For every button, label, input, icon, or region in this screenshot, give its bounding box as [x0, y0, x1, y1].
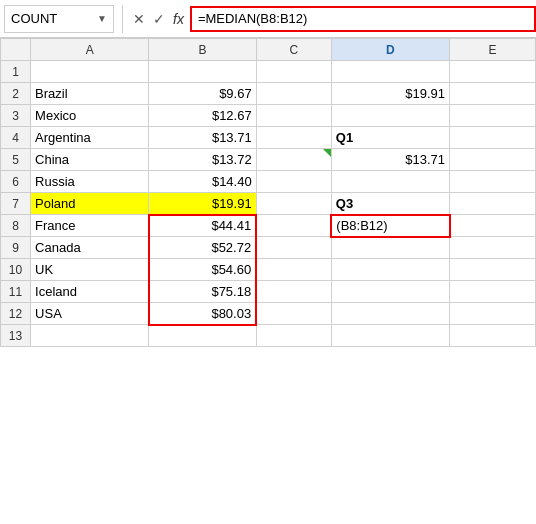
col-header-c[interactable]: C — [256, 39, 331, 61]
cell-c1[interactable] — [256, 61, 331, 83]
cell-b1[interactable] — [149, 61, 256, 83]
cell-c4[interactable] — [256, 127, 331, 149]
cell-c2[interactable] — [256, 83, 331, 105]
row-num-7: 7 — [1, 193, 31, 215]
cell-d11[interactable] — [331, 281, 449, 303]
cell-c6[interactable] — [256, 171, 331, 193]
cell-a1[interactable] — [31, 61, 149, 83]
cell-a3[interactable]: Mexico — [31, 105, 149, 127]
cell-a5[interactable]: China — [31, 149, 149, 171]
cell-d9[interactable] — [331, 237, 449, 259]
cell-b10[interactable]: $54.60 — [149, 259, 256, 281]
cell-e7[interactable] — [450, 193, 536, 215]
cell-c11[interactable] — [256, 281, 331, 303]
cell-b2[interactable]: $9.67 — [149, 83, 256, 105]
cell-b6[interactable]: $14.40 — [149, 171, 256, 193]
cell-e8[interactable] — [450, 215, 536, 237]
cell-e12[interactable] — [450, 303, 536, 325]
cell-e3[interactable] — [450, 105, 536, 127]
cell-e10[interactable] — [450, 259, 536, 281]
cell-a8[interactable]: France — [31, 215, 149, 237]
cell-e13[interactable] — [450, 325, 536, 347]
cell-d1[interactable] — [331, 61, 449, 83]
fx-label: fx — [173, 11, 184, 27]
cell-d5[interactable]: $13.71 — [331, 149, 449, 171]
table-row: 7 Poland $19.91 Q3 — [1, 193, 536, 215]
cell-e2[interactable] — [450, 83, 536, 105]
cell-d3[interactable] — [331, 105, 449, 127]
cell-d7[interactable]: Q3 — [331, 193, 449, 215]
row-num-8: 8 — [1, 215, 31, 237]
row-num-3: 3 — [1, 105, 31, 127]
table-row: 4 Argentina $13.71 Q1 — [1, 127, 536, 149]
cell-d4[interactable]: Q1 — [331, 127, 449, 149]
cell-a13[interactable] — [31, 325, 149, 347]
cell-c7[interactable] — [256, 193, 331, 215]
cell-c3[interactable] — [256, 105, 331, 127]
cell-e5[interactable] — [450, 149, 536, 171]
name-box-arrow: ▼ — [97, 13, 107, 24]
cell-b5[interactable]: $13.72 — [149, 149, 256, 171]
cell-b9[interactable]: $52.72 — [149, 237, 256, 259]
cell-b12[interactable]: $80.03 — [149, 303, 256, 325]
cell-d13[interactable] — [331, 325, 449, 347]
cell-a12[interactable]: USA — [31, 303, 149, 325]
cell-a2[interactable]: Brazil — [31, 83, 149, 105]
col-header-b[interactable]: B — [149, 39, 256, 61]
column-header-row: A B C D E — [1, 39, 536, 61]
cell-c5[interactable] — [256, 149, 331, 171]
cell-d12[interactable] — [331, 303, 449, 325]
table-row: 5 China $13.72 $13.71 — [1, 149, 536, 171]
row-num-2: 2 — [1, 83, 31, 105]
confirm-button[interactable]: ✓ — [153, 11, 165, 27]
cell-b4[interactable]: $13.71 — [149, 127, 256, 149]
cell-b11[interactable]: $75.18 — [149, 281, 256, 303]
col-header-d[interactable]: D — [331, 39, 449, 61]
cell-d6[interactable] — [331, 171, 449, 193]
cell-c12[interactable] — [256, 303, 331, 325]
cell-a10[interactable]: UK — [31, 259, 149, 281]
table-row: 12 USA $80.03 — [1, 303, 536, 325]
row-num-5: 5 — [1, 149, 31, 171]
cell-e11[interactable] — [450, 281, 536, 303]
cell-d2[interactable]: $19.91 — [331, 83, 449, 105]
row-num-12: 12 — [1, 303, 31, 325]
name-box[interactable]: COUNT ▼ — [4, 5, 114, 33]
cell-e9[interactable] — [450, 237, 536, 259]
formula-bar: COUNT ▼ ✕ ✓ fx — [0, 0, 536, 38]
cell-a4[interactable]: Argentina — [31, 127, 149, 149]
table-row: 6 Russia $14.40 — [1, 171, 536, 193]
row-num-13: 13 — [1, 325, 31, 347]
cell-c8[interactable] — [256, 215, 331, 237]
cell-b7[interactable]: $19.91 — [149, 193, 256, 215]
cell-a9[interactable]: Canada — [31, 237, 149, 259]
cell-e6[interactable] — [450, 171, 536, 193]
fx-buttons: ✕ ✓ fx — [127, 11, 190, 27]
col-header-e[interactable]: E — [450, 39, 536, 61]
row-num-4: 4 — [1, 127, 31, 149]
spreadsheet: A B C D E 1 2 Brazil $9.67 — [0, 38, 536, 347]
cell-d10[interactable] — [331, 259, 449, 281]
cell-a6[interactable]: Russia — [31, 171, 149, 193]
cell-b8[interactable]: $44.41 — [149, 215, 256, 237]
cell-d8[interactable]: (B8:B12) — [331, 215, 449, 237]
cell-b3[interactable]: $12.67 — [149, 105, 256, 127]
cell-c10[interactable] — [256, 259, 331, 281]
cell-b13[interactable] — [149, 325, 256, 347]
cell-e1[interactable] — [450, 61, 536, 83]
cell-c9[interactable] — [256, 237, 331, 259]
corner-header — [1, 39, 31, 61]
cell-a11[interactable]: Iceland — [31, 281, 149, 303]
cell-a7[interactable]: Poland — [31, 193, 149, 215]
cancel-button[interactable]: ✕ — [133, 11, 145, 27]
row-num-9: 9 — [1, 237, 31, 259]
formula-input[interactable] — [190, 6, 536, 32]
cell-c13[interactable] — [256, 325, 331, 347]
row-num-11: 11 — [1, 281, 31, 303]
table-row: 3 Mexico $12.67 — [1, 105, 536, 127]
col-header-a[interactable]: A — [31, 39, 149, 61]
spreadsheet-table: A B C D E 1 2 Brazil $9.67 — [0, 38, 536, 347]
cell-e4[interactable] — [450, 127, 536, 149]
table-row: 11 Iceland $75.18 — [1, 281, 536, 303]
table-row: 9 Canada $52.72 — [1, 237, 536, 259]
